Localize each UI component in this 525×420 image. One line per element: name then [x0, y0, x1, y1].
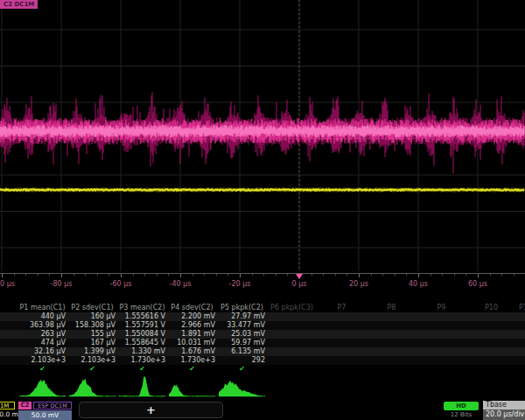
measure-cell: 1.399 µV: [67, 347, 117, 356]
measure-header-11[interactable]: P11: [516, 304, 525, 312]
measure-header-9[interactable]: P9: [416, 304, 466, 312]
measure-cell: 1.550084 V: [117, 330, 167, 339]
measure-cell: [367, 330, 416, 339]
measure-cell: [516, 321, 525, 330]
measure-cell: [416, 321, 466, 330]
measure-cell: 1.555616 V: [117, 312, 167, 321]
measure-cell: [466, 347, 516, 356]
measure-cell: [466, 330, 516, 339]
measure-row-value: 440 µV160 µV1.555616 V2.200 mV27.97 mV: [0, 312, 525, 321]
c1-coupling-chip[interactable]: DC1M: [0, 402, 15, 410]
time-tick-label: -80 µs: [51, 280, 73, 288]
measure-cell: [516, 347, 525, 356]
measure-cell: [466, 312, 516, 321]
timebase-panel[interactable]: Tbase 20.0 µs/div: [483, 401, 525, 420]
histicon-2: [69, 379, 116, 396]
measure-cell: [317, 356, 367, 365]
timebase-label: Tbase: [483, 401, 525, 410]
measure-cell: 1.557591 V: [117, 321, 167, 330]
status-check: ✔: [217, 365, 267, 373]
measure-cell: [466, 321, 516, 330]
measure-cell: [416, 330, 466, 339]
add-trace-button[interactable]: +: [79, 402, 223, 418]
row-label-gutter: [0, 365, 18, 373]
measure-header-2[interactable]: P2 sdev(C1): [67, 304, 117, 312]
histicons: [0, 376, 525, 399]
time-tick-label: 60 µs: [468, 280, 487, 288]
measure-row-min: 263 µV155 µV1.550084 V1.891 mV25.03 mV: [0, 330, 525, 339]
measure-table: P1 mean(C1)P2 sdev(C1)P3 mean(C2)P4 sdev…: [0, 304, 525, 373]
measure-cell: [267, 330, 317, 339]
measure-cell: [416, 356, 466, 365]
measure-header-1[interactable]: P1 mean(C1): [18, 304, 67, 312]
measure-row-num: 2.103e+32.103e+31.730e+31.730e+3292: [0, 356, 525, 365]
measure-cell: 59.97 mV: [217, 339, 267, 347]
measure-cell: 167 µV: [67, 339, 117, 347]
measure-cell: 1.330 mV: [117, 347, 167, 356]
status-check: [367, 365, 416, 373]
measure-cell: 2.966 mV: [167, 321, 217, 330]
measure-cell: [516, 330, 525, 339]
c2-noise-trace: [0, 92, 524, 173]
measure-cell: 2.103e+3: [67, 356, 117, 365]
histicon-1: [19, 380, 66, 397]
measure-cell: [516, 339, 525, 347]
status-check: [317, 365, 367, 373]
row-label-gutter: [0, 312, 18, 321]
hd-bits-label: 12 Bits: [444, 411, 479, 419]
measure-cell: 33.477 mV: [217, 321, 267, 330]
measure-header-3[interactable]: P3 mean(C2): [117, 304, 167, 312]
measure-header-6[interactable]: P6 pkpk(C3): [267, 304, 317, 312]
measure-cell: 158.308 µV: [67, 321, 117, 330]
measure-cell: 1.730e+3: [117, 356, 167, 365]
time-tick-label: -40 µs: [170, 280, 192, 288]
hd-badge: HD: [444, 402, 479, 410]
measure-header-row: P1 mean(C1)P2 sdev(C1)P3 mean(C2)P4 sdev…: [0, 304, 525, 312]
measure-cell: 6.135 mV: [217, 347, 267, 356]
measure-cell: [317, 330, 367, 339]
measure-cell: 10.031 mV: [167, 339, 217, 347]
measure-cell: 155 µV: [67, 330, 117, 339]
measure-cell: [267, 356, 317, 365]
time-tick-label: -100 µs: [0, 280, 15, 288]
measure-cell: [466, 339, 516, 347]
status-check: [516, 365, 525, 373]
measure-header-5[interactable]: P5 pkpk(C2): [217, 304, 267, 312]
measure-cell: [317, 347, 367, 356]
measure-cell: 27.97 mV: [217, 312, 267, 321]
row-label-gutter: [0, 356, 18, 365]
measure-cell: [516, 312, 525, 321]
time-axis: -100 µs-80 µs-60 µs-40 µs-20 µs0 µs20 µs…: [0, 273, 525, 294]
histicon-5: [219, 381, 265, 396]
row-label-gutter: [0, 339, 18, 347]
measure-cell: [317, 312, 367, 321]
measure-row-max: 474 µV167 µV1.558645 V10.031 mV59.97 mV: [0, 339, 525, 347]
measure-header-7[interactable]: P7: [317, 304, 367, 312]
time-tick-label: -20 µs: [229, 280, 251, 288]
trigger-position-marker[interactable]: [296, 274, 303, 279]
measure-cell: [317, 321, 367, 330]
status-check: ✔: [167, 365, 217, 373]
c2-scale[interactable]: 50.0 mV: [18, 410, 72, 420]
measure-cell: 1.558645 V: [117, 339, 167, 347]
histicon-4: [169, 384, 215, 396]
bottom-bar: DC1M 10.0 mV C2 ESP DC1M 50.0 mV + HD 12…: [0, 401, 525, 420]
measure-header-10[interactable]: P10: [466, 304, 516, 312]
measure-cell: 2.200 mV: [167, 312, 217, 321]
c2-coupling-chip[interactable]: ESP DC1M: [33, 402, 72, 410]
waveform-display[interactable]: C2 DC1M: [0, 0, 525, 273]
measure-cell: 1.676 mV: [167, 347, 217, 356]
measure-cell: [317, 339, 367, 347]
measure-cell: [367, 312, 416, 321]
measure-cell: [367, 347, 416, 356]
c2-channel-chip[interactable]: C2: [18, 402, 32, 410]
histicon-3: [119, 376, 165, 396]
row-label-gutter: [0, 304, 18, 312]
measure-status-row: ✔✔✔✔✔: [0, 365, 525, 373]
status-check: [466, 365, 516, 373]
measure-header-4[interactable]: P4 sdev(C2): [167, 304, 217, 312]
measure-cell: 2.103e+3: [18, 356, 67, 365]
measure-cell: [367, 321, 416, 330]
measure-header-8[interactable]: P8: [367, 304, 416, 312]
measure-row-mean: 363.98 µV158.308 µV1.557591 V2.966 mV33.…: [0, 321, 525, 330]
